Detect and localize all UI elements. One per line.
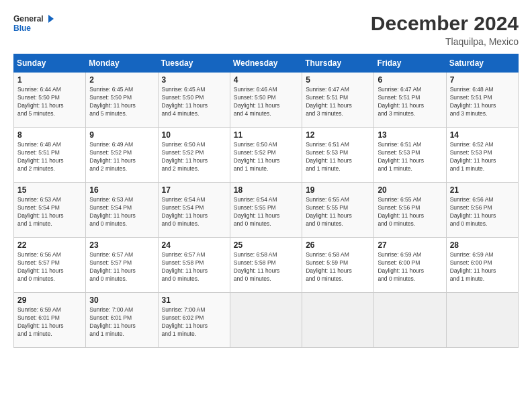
- day-number: 12: [306, 130, 370, 140]
- table-row: [302, 293, 374, 348]
- day-number: 31: [162, 295, 226, 305]
- day-info: Sunrise: 6:56 AMSunset: 5:57 PMDaylight:…: [17, 251, 82, 283]
- day-number: 16: [89, 185, 154, 195]
- day-info: Sunrise: 7:00 AMSunset: 6:01 PMDaylight:…: [89, 306, 154, 338]
- day-info: Sunrise: 7:00 AMSunset: 6:02 PMDaylight:…: [162, 306, 226, 338]
- day-number: 13: [378, 130, 442, 140]
- day-number: 29: [17, 295, 82, 305]
- day-number: 2: [89, 75, 154, 85]
- generalblue-logo-icon: General Blue: [13, 12, 54, 36]
- table-row: 27Sunrise: 6:59 AMSunset: 6:00 PMDayligh…: [374, 238, 446, 293]
- day-info: Sunrise: 6:45 AMSunset: 5:50 PMDaylight:…: [89, 86, 154, 118]
- table-row: 30Sunrise: 7:00 AMSunset: 6:01 PMDayligh…: [86, 293, 158, 348]
- table-row: 31Sunrise: 7:00 AMSunset: 6:02 PMDayligh…: [158, 293, 230, 348]
- table-row: 11Sunrise: 6:50 AMSunset: 5:52 PMDayligh…: [230, 128, 302, 183]
- day-number: 19: [306, 185, 370, 195]
- day-number: 9: [89, 130, 154, 140]
- day-info: Sunrise: 6:44 AMSunset: 5:50 PMDaylight:…: [17, 86, 82, 118]
- day-number: 15: [17, 185, 82, 195]
- day-info: Sunrise: 6:45 AMSunset: 5:50 PMDaylight:…: [162, 86, 226, 118]
- day-info: Sunrise: 6:51 AMSunset: 5:53 PMDaylight:…: [306, 141, 370, 173]
- day-number: 20: [378, 185, 442, 195]
- table-row: 4Sunrise: 6:46 AMSunset: 5:50 PMDaylight…: [230, 73, 302, 128]
- table-row: [446, 293, 518, 348]
- day-info: Sunrise: 6:55 AMSunset: 5:56 PMDaylight:…: [378, 196, 442, 228]
- svg-text:Blue: Blue: [13, 24, 31, 33]
- calendar-header-row: Sunday Monday Tuesday Wednesday Thursday…: [14, 54, 519, 73]
- day-info: Sunrise: 6:58 AMSunset: 5:58 PMDaylight:…: [234, 251, 298, 283]
- header: General Blue December 2024 Tlaquilpa, Me…: [13, 12, 519, 47]
- day-info: Sunrise: 6:55 AMSunset: 5:55 PMDaylight:…: [306, 196, 370, 228]
- table-row: 5Sunrise: 6:47 AMSunset: 5:51 PMDaylight…: [302, 73, 374, 128]
- day-number: 8: [17, 130, 82, 140]
- col-friday: Friday: [374, 54, 446, 73]
- day-number: 21: [450, 185, 515, 195]
- day-number: 24: [162, 240, 226, 250]
- logo: General Blue: [13, 12, 54, 36]
- day-info: Sunrise: 6:53 AMSunset: 5:54 PMDaylight:…: [89, 196, 154, 228]
- table-row: 28Sunrise: 6:59 AMSunset: 6:00 PMDayligh…: [446, 238, 518, 293]
- day-info: Sunrise: 6:50 AMSunset: 5:52 PMDaylight:…: [162, 141, 226, 173]
- day-number: 10: [162, 130, 226, 140]
- day-number: 3: [162, 75, 226, 85]
- day-number: 1: [17, 75, 82, 85]
- table-row: 24Sunrise: 6:57 AMSunset: 5:58 PMDayligh…: [158, 238, 230, 293]
- table-row: 3Sunrise: 6:45 AMSunset: 5:50 PMDaylight…: [158, 73, 230, 128]
- day-number: 25: [234, 240, 298, 250]
- table-row: 8Sunrise: 6:48 AMSunset: 5:51 PMDaylight…: [14, 128, 86, 183]
- table-row: 7Sunrise: 6:48 AMSunset: 5:51 PMDaylight…: [446, 73, 518, 128]
- day-number: 6: [378, 75, 442, 85]
- table-row: 18Sunrise: 6:54 AMSunset: 5:55 PMDayligh…: [230, 183, 302, 238]
- day-number: 22: [17, 240, 82, 250]
- day-number: 17: [162, 185, 226, 195]
- day-number: 11: [234, 130, 298, 140]
- table-row: 26Sunrise: 6:58 AMSunset: 5:59 PMDayligh…: [302, 238, 374, 293]
- day-number: 5: [306, 75, 370, 85]
- table-row: [230, 293, 302, 348]
- day-info: Sunrise: 6:47 AMSunset: 5:51 PMDaylight:…: [378, 86, 442, 118]
- day-info: Sunrise: 6:50 AMSunset: 5:52 PMDaylight:…: [234, 141, 298, 173]
- day-number: 26: [306, 240, 370, 250]
- col-monday: Monday: [86, 54, 158, 73]
- table-row: 2Sunrise: 6:45 AMSunset: 5:50 PMDaylight…: [86, 73, 158, 128]
- day-number: 30: [89, 295, 154, 305]
- table-row: 13Sunrise: 6:51 AMSunset: 5:53 PMDayligh…: [374, 128, 446, 183]
- day-info: Sunrise: 6:48 AMSunset: 5:51 PMDaylight:…: [450, 86, 515, 118]
- day-info: Sunrise: 6:49 AMSunset: 5:52 PMDaylight:…: [89, 141, 154, 173]
- table-row: 1Sunrise: 6:44 AMSunset: 5:50 PMDaylight…: [14, 73, 86, 128]
- day-info: Sunrise: 6:47 AMSunset: 5:51 PMDaylight:…: [306, 86, 370, 118]
- calendar-table: Sunday Monday Tuesday Wednesday Thursday…: [13, 54, 519, 348]
- table-row: 21Sunrise: 6:56 AMSunset: 5:56 PMDayligh…: [446, 183, 518, 238]
- day-info: Sunrise: 6:58 AMSunset: 5:59 PMDaylight:…: [306, 251, 370, 283]
- day-info: Sunrise: 6:59 AMSunset: 6:00 PMDaylight:…: [450, 251, 515, 283]
- day-number: 28: [450, 240, 515, 250]
- col-sunday: Sunday: [14, 54, 86, 73]
- day-info: Sunrise: 6:57 AMSunset: 5:57 PMDaylight:…: [89, 251, 154, 283]
- day-number: 23: [89, 240, 154, 250]
- day-info: Sunrise: 6:57 AMSunset: 5:58 PMDaylight:…: [162, 251, 226, 283]
- table-row: 12Sunrise: 6:51 AMSunset: 5:53 PMDayligh…: [302, 128, 374, 183]
- day-info: Sunrise: 6:51 AMSunset: 5:53 PMDaylight:…: [378, 141, 442, 173]
- day-info: Sunrise: 6:59 AMSunset: 6:00 PMDaylight:…: [378, 251, 442, 283]
- table-row: 15Sunrise: 6:53 AMSunset: 5:54 PMDayligh…: [14, 183, 86, 238]
- day-number: 27: [378, 240, 442, 250]
- col-tuesday: Tuesday: [158, 54, 230, 73]
- day-info: Sunrise: 6:46 AMSunset: 5:50 PMDaylight:…: [234, 86, 298, 118]
- svg-marker-3: [48, 15, 54, 23]
- table-row: [374, 293, 446, 348]
- table-row: 6Sunrise: 6:47 AMSunset: 5:51 PMDaylight…: [374, 73, 446, 128]
- table-row: 25Sunrise: 6:58 AMSunset: 5:58 PMDayligh…: [230, 238, 302, 293]
- day-info: Sunrise: 6:59 AMSunset: 6:01 PMDaylight:…: [17, 306, 82, 338]
- day-info: Sunrise: 6:56 AMSunset: 5:56 PMDaylight:…: [450, 196, 515, 228]
- col-saturday: Saturday: [446, 54, 518, 73]
- col-wednesday: Wednesday: [230, 54, 302, 73]
- day-number: 4: [234, 75, 298, 85]
- table-row: 29Sunrise: 6:59 AMSunset: 6:01 PMDayligh…: [14, 293, 86, 348]
- table-row: 22Sunrise: 6:56 AMSunset: 5:57 PMDayligh…: [14, 238, 86, 293]
- table-row: 14Sunrise: 6:52 AMSunset: 5:53 PMDayligh…: [446, 128, 518, 183]
- table-row: 20Sunrise: 6:55 AMSunset: 5:56 PMDayligh…: [374, 183, 446, 238]
- col-thursday: Thursday: [302, 54, 374, 73]
- location: Tlaquilpa, Mexico: [371, 36, 519, 47]
- title-block: December 2024 Tlaquilpa, Mexico: [371, 12, 519, 47]
- table-row: 23Sunrise: 6:57 AMSunset: 5:57 PMDayligh…: [86, 238, 158, 293]
